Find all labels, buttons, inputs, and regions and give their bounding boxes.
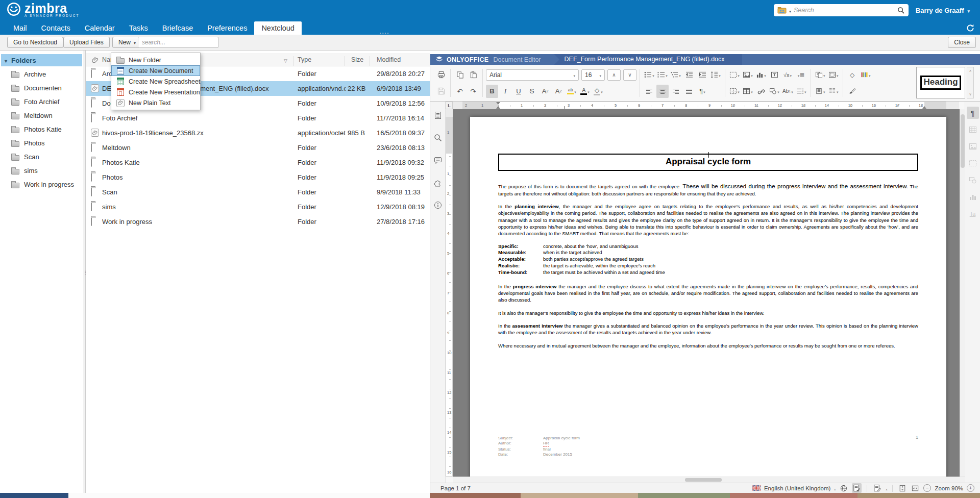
numbered-list-button[interactable] (656, 68, 669, 82)
text-art-settings-icon[interactable]: Ta (967, 208, 979, 220)
gallery-scroll-up-icon[interactable] (969, 69, 971, 73)
align-justify-button[interactable] (683, 85, 695, 98)
sidebar-folder-meltdown[interactable]: Meltdown (0, 109, 83, 122)
scrollbar-thumb[interactable] (961, 114, 965, 168)
global-search-input[interactable] (794, 7, 895, 14)
user-menu[interactable]: Barry de Graaff (916, 7, 970, 14)
file-menu-icon[interactable] (432, 109, 444, 122)
search-scope-caret-icon[interactable] (789, 6, 791, 15)
sidebar-folder-photos-katie[interactable]: Photos Katie (0, 122, 83, 136)
insert-table-button[interactable] (742, 85, 754, 98)
column-header-type[interactable]: Type (298, 56, 311, 63)
sort-funnel-icon[interactable] (284, 57, 287, 64)
attachment-column-icon[interactable] (92, 57, 99, 64)
bullet-list-button[interactable] (643, 68, 655, 82)
strikeout-button[interactable]: S (526, 85, 538, 98)
header-footer-settings-icon[interactable] (967, 157, 979, 169)
table-settings-icon[interactable] (967, 123, 979, 136)
image-settings-icon[interactable] (967, 140, 979, 153)
nav-tab-nextcloud[interactable]: Nextcloud (254, 21, 301, 35)
spell-checking-icon[interactable] (852, 483, 862, 493)
go-to-nextcloud-button[interactable]: Go to Nextcloud (7, 37, 63, 48)
paint-brush-button[interactable] (846, 85, 859, 98)
language-caret-icon[interactable] (834, 485, 836, 491)
subscript-button[interactable]: A2 (552, 85, 565, 98)
styles-gallery-scrollbar[interactable] (967, 67, 974, 98)
right-indent-marker[interactable] (922, 106, 926, 109)
sidebar-folder-foto-archief[interactable]: Foto Archief (0, 95, 83, 109)
file-search-input[interactable] (138, 37, 218, 48)
styles-gallery[interactable]: Heading (916, 67, 965, 98)
align-center-button[interactable] (656, 85, 669, 98)
file-row[interactable]: hivos-prod-18-19license_23568.zxapplicat… (86, 126, 430, 140)
copy-button[interactable] (454, 68, 466, 82)
set-language-globe-icon[interactable] (839, 484, 848, 493)
menu-item-create-new-presentation[interactable]: Create New Presentation (111, 87, 200, 97)
increase-indent-button[interactable] (696, 68, 708, 82)
column-header-size[interactable]: Size (351, 56, 363, 63)
sidebar-folder-sims[interactable]: sims (0, 164, 83, 178)
gallery-scroll-down-icon[interactable] (969, 92, 971, 96)
insert-symbol-button[interactable] (795, 68, 807, 82)
file-row[interactable]: simsFolder12/9/2018 08:19 (86, 200, 430, 214)
undo-button[interactable] (454, 85, 466, 98)
page-info[interactable]: Page 1 of 7 (440, 485, 471, 491)
shading-button[interactable] (592, 85, 604, 98)
search-scope-icon[interactable] (777, 7, 787, 14)
insert-hyperlink-button[interactable] (755, 85, 767, 98)
show-paragraph-marks-button[interactable]: ¶ (696, 85, 708, 98)
page-margins-button[interactable] (827, 68, 840, 82)
paragraph-settings-icon[interactable]: ¶ (967, 107, 979, 119)
sidebar-folder-photos[interactable]: Photos (0, 136, 83, 150)
align-left-button[interactable] (643, 85, 655, 98)
track-changes-icon[interactable] (872, 483, 882, 493)
nav-tab-contacts[interactable]: Contacts (34, 21, 78, 35)
align-right-button[interactable] (670, 85, 682, 98)
highlight-color-button[interactable]: ab (566, 85, 578, 98)
insert-equation-button[interactable]: √x (781, 68, 794, 82)
comments-icon[interactable] (432, 154, 444, 167)
font-size-select[interactable]: 16 (581, 69, 605, 81)
tab-stop-selector[interactable]: L (446, 102, 453, 109)
increase-font-size-button[interactable] (607, 69, 621, 81)
sidebar-folder-scan[interactable]: Scan (0, 150, 83, 164)
decrease-font-size-button[interactable] (623, 69, 636, 81)
clear-style-button[interactable] (846, 68, 859, 82)
table-borders-button[interactable] (728, 85, 741, 98)
multilevel-list-button[interactable] (670, 68, 682, 82)
nav-tab-tasks[interactable]: Tasks (122, 21, 155, 35)
vertical-scrollbar[interactable] (960, 109, 965, 477)
scrollbar-thumb[interactable] (685, 478, 722, 482)
menu-item-new-plain-text[interactable]: New Plain Text (111, 97, 200, 108)
nav-tab-mail[interactable]: Mail (6, 21, 34, 35)
document-tab[interactable]: DEF_Form Performance Management_ENG (fil… (554, 54, 742, 65)
file-row[interactable]: ScanFolder9/9/2018 11:33 (86, 185, 430, 200)
splitter-grip-icon[interactable] (83, 271, 85, 273)
color-schemes-button[interactable] (860, 68, 872, 82)
document-page[interactable]: Appraisal cycle form The purpose of this… (470, 117, 946, 477)
superscript-button[interactable]: A2 (539, 85, 551, 98)
about-icon[interactable] (432, 198, 444, 212)
file-row[interactable]: Photos KatieFolder11/9/2018 09:32 (86, 155, 430, 170)
track-changes-caret-icon[interactable] (886, 485, 887, 491)
find-icon[interactable] (432, 131, 444, 144)
file-row[interactable]: MeltdownFolder23/6/2018 08:13 (86, 140, 430, 155)
insert-shape-button[interactable] (768, 85, 780, 98)
first-line-indent-marker[interactable] (496, 102, 500, 105)
redo-button[interactable] (467, 85, 479, 98)
menu-item-new-folder[interactable]: New Folder (111, 55, 200, 65)
menu-item-create-new-document[interactable]: Create New Document (111, 65, 200, 76)
collapse-triangle-icon[interactable] (5, 57, 7, 64)
style-preview-heading[interactable]: Heading (920, 76, 961, 90)
file-row[interactable]: Foto ArchiefFolder11/7/2018 16:14 (86, 111, 430, 126)
page-break-button[interactable] (728, 68, 741, 82)
insert-image-button[interactable] (742, 68, 754, 82)
font-name-select[interactable]: Arial (486, 69, 579, 81)
horizontal-scrollbar[interactable] (453, 477, 965, 483)
sidebar-folder-work-in-progress[interactable]: Work in progress (0, 178, 83, 191)
file-row[interactable]: PhotosFolder11/9/2018 09:25 (86, 170, 430, 185)
zoom-in-button[interactable] (967, 484, 974, 492)
shape-settings-icon[interactable] (967, 174, 979, 186)
left-indent-marker[interactable] (496, 106, 500, 109)
underline-button[interactable]: U (512, 85, 525, 98)
